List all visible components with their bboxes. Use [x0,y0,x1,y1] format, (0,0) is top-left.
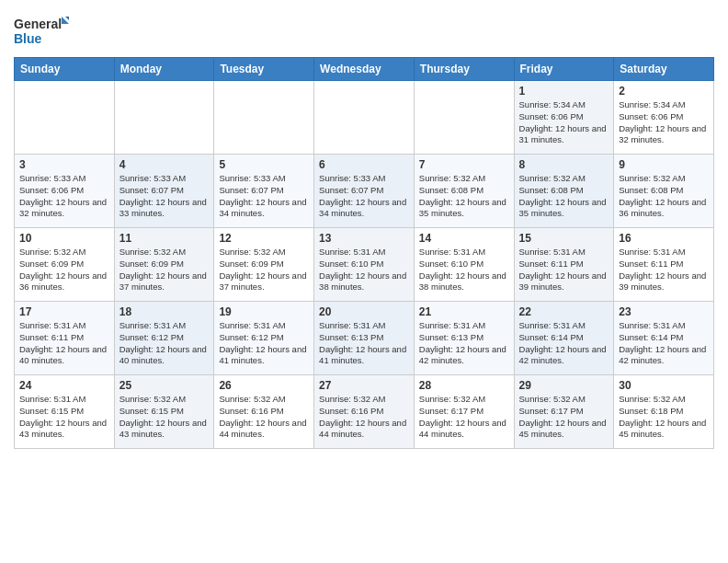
day-info: Sunrise: 5:31 AM Sunset: 6:13 PM Dayligh… [419,320,509,367]
calendar-cell [114,81,214,155]
calendar-week-3: 10Sunrise: 5:32 AM Sunset: 6:09 PM Dayli… [15,228,714,302]
calendar-cell: 26Sunrise: 5:32 AM Sunset: 6:16 PM Dayli… [214,375,314,449]
day-info: Sunrise: 5:31 AM Sunset: 6:11 PM Dayligh… [619,247,709,293]
day-number: 7 [419,158,509,171]
day-info: Sunrise: 5:31 AM Sunset: 6:15 PM Dayligh… [19,394,109,441]
day-number: 14 [419,232,509,245]
day-info: Sunrise: 5:32 AM Sunset: 6:09 PM Dayligh… [219,247,309,293]
column-header-thursday: Thursday [414,58,514,81]
svg-marker-3 [65,17,69,20]
day-number: 8 [519,158,609,171]
logo: General Blue [14,13,69,50]
calendar-cell: 12Sunrise: 5:32 AM Sunset: 6:09 PM Dayli… [214,228,314,302]
calendar-cell: 18Sunrise: 5:31 AM Sunset: 6:12 PM Dayli… [114,302,214,375]
calendar-cell: 14Sunrise: 5:31 AM Sunset: 6:10 PM Dayli… [414,228,514,302]
day-number: 23 [619,305,709,318]
day-number: 1 [519,85,609,98]
calendar-cell: 28Sunrise: 5:32 AM Sunset: 6:17 PM Dayli… [414,375,514,449]
calendar-cell: 20Sunrise: 5:31 AM Sunset: 6:13 PM Dayli… [314,302,415,375]
calendar-cell: 13Sunrise: 5:31 AM Sunset: 6:10 PM Dayli… [314,228,415,302]
calendar-week-5: 24Sunrise: 5:31 AM Sunset: 6:15 PM Dayli… [15,375,714,449]
day-number: 11 [119,232,210,245]
day-info: Sunrise: 5:31 AM Sunset: 6:10 PM Dayligh… [419,247,509,293]
calendar-week-2: 3Sunrise: 5:33 AM Sunset: 6:06 PM Daylig… [15,155,714,228]
calendar-cell: 11Sunrise: 5:32 AM Sunset: 6:09 PM Dayli… [114,228,214,302]
day-number: 22 [519,305,609,318]
day-info: Sunrise: 5:32 AM Sunset: 6:16 PM Dayligh… [319,394,409,441]
calendar-cell: 21Sunrise: 5:31 AM Sunset: 6:13 PM Dayli… [414,302,514,375]
calendar-cell [314,81,415,155]
svg-text:Blue: Blue [14,31,42,46]
calendar-cell: 17Sunrise: 5:31 AM Sunset: 6:11 PM Dayli… [15,302,115,375]
day-info: Sunrise: 5:31 AM Sunset: 6:11 PM Dayligh… [19,320,109,367]
day-info: Sunrise: 5:31 AM Sunset: 6:14 PM Dayligh… [519,320,609,367]
day-info: Sunrise: 5:31 AM Sunset: 6:12 PM Dayligh… [119,320,210,367]
day-info: Sunrise: 5:32 AM Sunset: 6:08 PM Dayligh… [619,173,709,220]
column-header-tuesday: Tuesday [214,58,314,81]
day-number: 27 [319,379,409,392]
calendar-cell: 2Sunrise: 5:34 AM Sunset: 6:06 PM Daylig… [614,81,714,155]
day-number: 10 [19,232,109,245]
day-info: Sunrise: 5:31 AM Sunset: 6:14 PM Dayligh… [619,320,709,367]
day-number: 3 [19,158,109,171]
day-number: 15 [519,232,609,245]
day-info: Sunrise: 5:31 AM Sunset: 6:10 PM Dayligh… [319,247,409,293]
calendar-cell: 7Sunrise: 5:32 AM Sunset: 6:08 PM Daylig… [414,155,514,228]
calendar-cell [214,81,314,155]
day-info: Sunrise: 5:31 AM Sunset: 6:13 PM Dayligh… [319,320,409,367]
day-info: Sunrise: 5:34 AM Sunset: 6:06 PM Dayligh… [619,99,709,146]
day-info: Sunrise: 5:33 AM Sunset: 6:07 PM Dayligh… [219,173,309,220]
page-header: General Blue [14,9,714,50]
calendar-week-1: 1Sunrise: 5:34 AM Sunset: 6:06 PM Daylig… [15,81,714,155]
day-number: 12 [219,232,309,245]
day-info: Sunrise: 5:33 AM Sunset: 6:06 PM Dayligh… [19,173,109,220]
column-header-monday: Monday [114,58,214,81]
logo-svg: General Blue [14,13,69,50]
calendar-week-4: 17Sunrise: 5:31 AM Sunset: 6:11 PM Dayli… [15,302,714,375]
day-info: Sunrise: 5:32 AM Sunset: 6:09 PM Dayligh… [119,247,210,293]
calendar-cell: 15Sunrise: 5:31 AM Sunset: 6:11 PM Dayli… [514,228,614,302]
calendar-cell: 3Sunrise: 5:33 AM Sunset: 6:06 PM Daylig… [15,155,115,228]
day-number: 16 [619,232,709,245]
calendar-cell: 9Sunrise: 5:32 AM Sunset: 6:08 PM Daylig… [614,155,714,228]
calendar-table: SundayMondayTuesdayWednesdayThursdayFrid… [14,57,714,449]
day-info: Sunrise: 5:32 AM Sunset: 6:09 PM Dayligh… [19,247,109,293]
day-info: Sunrise: 5:33 AM Sunset: 6:07 PM Dayligh… [319,173,409,220]
day-number: 20 [319,305,409,318]
calendar-cell: 27Sunrise: 5:32 AM Sunset: 6:16 PM Dayli… [314,375,415,449]
column-header-friday: Friday [514,58,614,81]
day-number: 13 [319,232,409,245]
day-number: 4 [119,158,210,171]
svg-text:General: General [14,17,62,31]
calendar-cell: 24Sunrise: 5:31 AM Sunset: 6:15 PM Dayli… [15,375,115,449]
calendar-cell: 30Sunrise: 5:32 AM Sunset: 6:18 PM Dayli… [614,375,714,449]
day-number: 18 [119,305,210,318]
calendar-cell: 4Sunrise: 5:33 AM Sunset: 6:07 PM Daylig… [114,155,214,228]
day-number: 24 [19,379,109,392]
day-info: Sunrise: 5:34 AM Sunset: 6:06 PM Dayligh… [519,99,609,146]
day-info: Sunrise: 5:32 AM Sunset: 6:16 PM Dayligh… [219,394,309,441]
calendar-cell: 8Sunrise: 5:32 AM Sunset: 6:08 PM Daylig… [514,155,614,228]
day-number: 2 [619,85,709,98]
day-info: Sunrise: 5:32 AM Sunset: 6:08 PM Dayligh… [519,173,609,220]
calendar-cell: 19Sunrise: 5:31 AM Sunset: 6:12 PM Dayli… [214,302,314,375]
calendar-cell: 23Sunrise: 5:31 AM Sunset: 6:14 PM Dayli… [614,302,714,375]
day-number: 5 [219,158,309,171]
day-number: 21 [419,305,509,318]
day-info: Sunrise: 5:32 AM Sunset: 6:18 PM Dayligh… [619,394,709,441]
calendar-cell: 5Sunrise: 5:33 AM Sunset: 6:07 PM Daylig… [214,155,314,228]
day-info: Sunrise: 5:32 AM Sunset: 6:08 PM Dayligh… [419,173,509,220]
calendar-cell [414,81,514,155]
day-number: 9 [619,158,709,171]
calendar-cell: 10Sunrise: 5:32 AM Sunset: 6:09 PM Dayli… [15,228,115,302]
column-header-saturday: Saturday [614,58,714,81]
day-info: Sunrise: 5:32 AM Sunset: 6:17 PM Dayligh… [419,394,509,441]
day-info: Sunrise: 5:31 AM Sunset: 6:11 PM Dayligh… [519,247,609,293]
day-number: 6 [319,158,409,171]
day-info: Sunrise: 5:32 AM Sunset: 6:17 PM Dayligh… [519,394,609,441]
day-number: 17 [19,305,109,318]
day-number: 29 [519,379,609,392]
day-number: 25 [119,379,210,392]
calendar-cell [15,81,115,155]
day-info: Sunrise: 5:32 AM Sunset: 6:15 PM Dayligh… [119,394,210,441]
